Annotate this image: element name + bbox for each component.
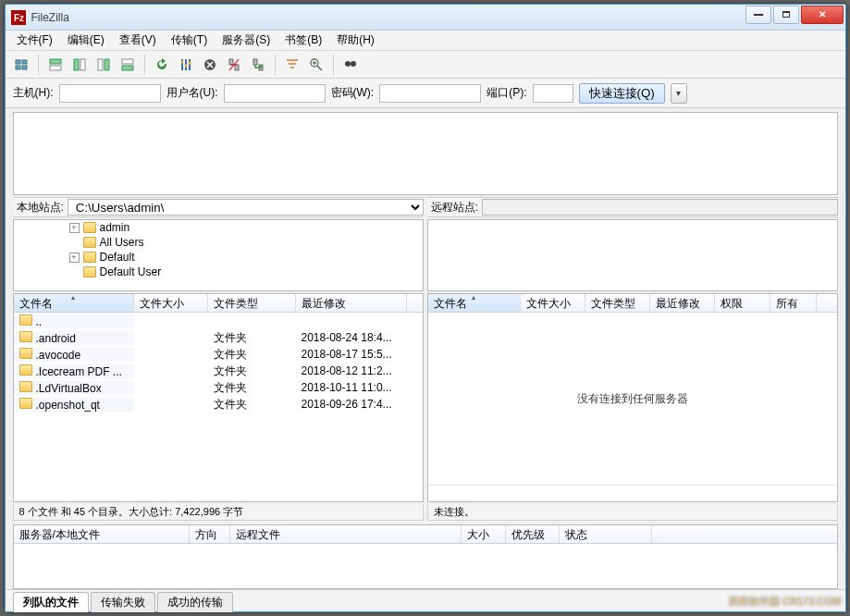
svg-rect-5 [50,59,61,64]
rcol-filesize[interactable]: 文件大小 [521,294,585,312]
menubar: 文件(F) 编辑(E) 查看(V) 传输(T) 服务器(S) 书签(B) 帮助(… [6,31,845,51]
queue-tabs: 列队的文件 传输失败 成功的传输 [6,589,845,611]
list-item[interactable]: .openshot_qt文件夹2018-09-26 17:4... [14,396,423,413]
toggle-remotetree-button[interactable] [93,55,114,75]
menu-transfer[interactable]: 传输(T) [164,31,215,50]
local-file-list[interactable]: 文件名 文件大小 文件类型 最近修改 ...android文件夹2018-08-… [13,293,424,502]
host-input[interactable] [59,84,161,103]
svg-rect-9 [98,59,103,70]
titlebar[interactable]: Fz FileZilla [6,5,845,31]
tab-queued[interactable]: 列队的文件 [13,592,89,612]
tree-node: +Default [69,250,423,265]
folder-icon [19,348,32,359]
qcol-dir[interactable]: 方向 [190,525,230,543]
svg-rect-11 [122,59,133,64]
rcol-perm[interactable]: 权限 [715,294,770,312]
close-button[interactable] [801,6,844,24]
queue-pane[interactable]: 服务器/本地文件 方向 远程文件 大小 优先级 状态 [13,524,838,589]
remote-status: 未连接。 [427,504,838,521]
reconnect-button[interactable] [248,55,268,75]
remote-empty-msg: 没有连接到任何服务器 [428,313,837,485]
rcol-owner[interactable]: 所有 [770,294,817,312]
local-site-label: 本地站点: [17,200,64,216]
toggle-queue-button[interactable] [117,55,138,75]
log-pane[interactable] [13,112,838,195]
folder-icon [19,381,32,392]
list-item[interactable]: .avocode文件夹2018-08-17 15:5... [14,346,423,363]
search-button[interactable] [340,55,361,75]
host-label: 主机(H): [13,85,54,101]
tree-node: All Users [69,235,423,250]
local-path-combo[interactable]: C:\Users\admin\ [68,199,424,216]
remote-path-combo[interactable] [482,199,838,216]
tab-failed[interactable]: 传输失败 [91,592,155,612]
svg-rect-3 [16,66,20,69]
col-filetype[interactable]: 文件类型 [208,294,296,312]
remote-site-label: 远程站点: [431,200,478,216]
watermark: 西西软件园 CR173.COM [729,595,841,609]
remote-panel: 远程站点: 文件名 文件大小 文件类型 最近修改 权限 所有 没有连接到任何服务… [427,197,838,521]
sitemanager-button[interactable] [11,55,31,75]
col-filesize[interactable]: 文件大小 [134,294,208,312]
local-tree[interactable]: +admin All Users +Default Default User [13,219,424,291]
port-label: 端口(P): [487,85,526,101]
rcol-filename[interactable]: 文件名 [428,294,521,312]
menu-view[interactable]: 查看(V) [112,31,164,50]
list-item[interactable]: .Icecream PDF ...文件夹2018-08-12 11:2... [14,363,423,379]
col-modified[interactable]: 最近修改 [296,294,407,312]
svg-rect-17 [229,59,233,65]
rcol-modified[interactable]: 最近修改 [650,294,715,312]
svg-rect-24 [349,63,352,65]
app-window: Fz FileZilla 文件(F) 编辑(E) 查看(V) 传输(T) 服务器… [5,4,846,612]
pass-label: 密码(W): [331,85,375,101]
app-icon: Fz [11,10,26,25]
toggle-tree-button[interactable] [69,55,90,75]
svg-rect-1 [16,60,20,64]
svg-rect-6 [50,66,61,70]
quickconnect-button[interactable]: 快速连接(Q) [579,83,665,104]
col-filename[interactable]: 文件名 [14,294,134,312]
toggle-log-button[interactable] [45,55,66,75]
list-item[interactable]: .. [14,313,423,329]
qcol-priority[interactable]: 优先级 [506,525,560,543]
remote-tree[interactable] [427,219,838,291]
quickconnect-dropdown[interactable] [671,83,687,104]
svg-rect-18 [235,65,239,70]
quickconnect-bar: 主机(H): 用户名(U): 密码(W): 端口(P): 快速连接(Q) [6,79,845,108]
svg-rect-4 [22,66,27,69]
compare-button[interactable] [306,55,326,75]
qcol-size[interactable]: 大小 [462,525,506,543]
remote-horizontal-scrollbar[interactable] [428,485,837,501]
svg-point-13 [180,60,183,63]
qcol-server[interactable]: 服务器/本地文件 [14,525,190,543]
remote-file-list[interactable]: 文件名 文件大小 文件类型 最近修改 权限 所有 没有连接到任何服务器 [427,293,838,502]
port-input[interactable] [533,84,573,103]
tab-success[interactable]: 成功的传输 [157,592,233,612]
rcol-filetype[interactable]: 文件类型 [585,294,650,312]
menu-bookmarks[interactable]: 书签(B) [277,31,329,50]
svg-rect-2 [22,60,27,64]
svg-rect-12 [122,66,133,70]
maximize-button[interactable] [773,6,799,24]
list-item[interactable]: .LdVirtualBox文件夹2018-10-11 11:0... [14,379,423,396]
menu-edit[interactable]: 编辑(E) [60,31,112,50]
svg-rect-8 [80,59,85,70]
folder-icon [19,314,32,326]
menu-help[interactable]: 帮助(H) [329,31,382,50]
refresh-button[interactable] [152,55,172,75]
pass-input[interactable] [379,84,481,103]
minimize-button[interactable] [745,6,771,24]
list-item[interactable]: .android文件夹2018-08-24 18:4... [14,329,423,346]
filter-button[interactable] [282,55,302,75]
disconnect-button[interactable] [224,55,244,75]
qcol-status[interactable]: 状态 [560,525,652,543]
menu-server[interactable]: 服务器(S) [215,31,277,50]
user-input[interactable] [224,84,326,103]
cancel-button-icon[interactable] [200,55,220,75]
svg-rect-19 [253,59,257,65]
folder-icon [19,364,32,376]
svg-rect-7 [74,59,79,70]
qcol-remote[interactable]: 远程文件 [230,525,462,543]
process-queue-button[interactable] [176,55,196,75]
menu-file[interactable]: 文件(F) [9,31,60,50]
